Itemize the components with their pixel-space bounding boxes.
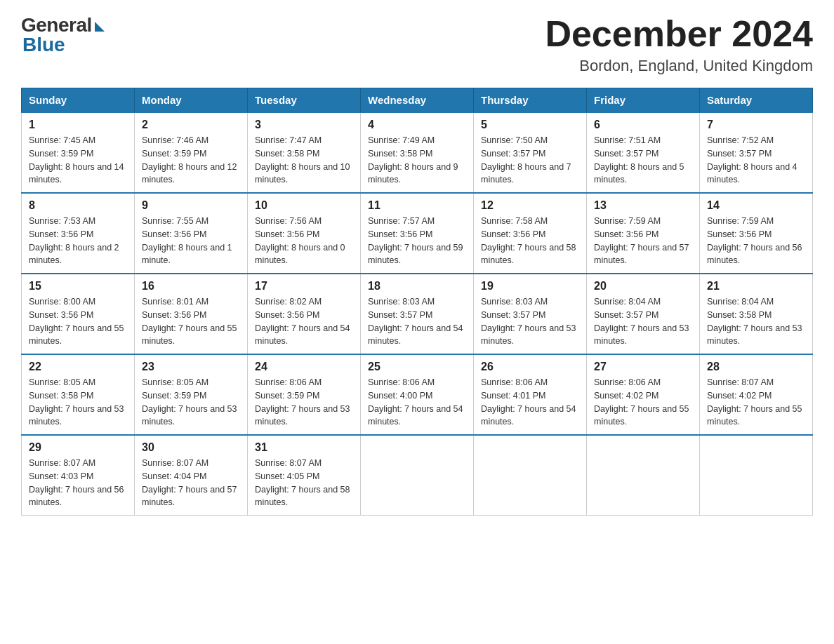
calendar-cell: 30Sunrise: 8:07 AMSunset: 4:04 PMDayligh… xyxy=(135,435,248,516)
day-info: Sunrise: 8:03 AMSunset: 3:57 PMDaylight:… xyxy=(481,295,579,348)
header-saturday: Saturday xyxy=(700,88,813,113)
day-number: 23 xyxy=(142,361,240,373)
day-number: 30 xyxy=(142,441,240,454)
header-row: Sunday Monday Tuesday Wednesday Thursday… xyxy=(22,88,813,113)
logo-arrow-icon xyxy=(95,22,105,32)
day-number: 4 xyxy=(368,119,466,131)
calendar-cell: 3Sunrise: 7:47 AMSunset: 3:58 PMDaylight… xyxy=(248,112,361,193)
calendar-cell xyxy=(587,435,700,516)
calendar-cell: 1Sunrise: 7:45 AMSunset: 3:59 PMDaylight… xyxy=(22,112,135,193)
day-info: Sunrise: 7:52 AMSunset: 3:57 PMDaylight:… xyxy=(707,134,805,187)
day-info: Sunrise: 8:07 AMSunset: 4:02 PMDaylight:… xyxy=(707,376,805,429)
logo: General Blue xyxy=(21,14,105,56)
calendar-week-2: 8Sunrise: 7:53 AMSunset: 3:56 PMDaylight… xyxy=(22,193,813,274)
calendar-body: 1Sunrise: 7:45 AMSunset: 3:59 PMDaylight… xyxy=(22,112,813,516)
day-info: Sunrise: 7:59 AMSunset: 3:56 PMDaylight:… xyxy=(707,215,805,267)
day-info: Sunrise: 8:02 AMSunset: 3:56 PMDaylight:… xyxy=(255,295,353,348)
day-number: 2 xyxy=(142,119,240,131)
day-number: 12 xyxy=(481,199,579,212)
day-number: 15 xyxy=(29,280,127,293)
calendar-cell xyxy=(700,435,813,516)
day-info: Sunrise: 8:07 AMSunset: 4:03 PMDaylight:… xyxy=(29,457,127,509)
day-info: Sunrise: 7:45 AMSunset: 3:59 PMDaylight:… xyxy=(29,134,127,187)
page-header: General Blue December 2024 Bordon, Engla… xyxy=(21,14,813,75)
day-info: Sunrise: 8:06 AMSunset: 4:00 PMDaylight:… xyxy=(368,376,466,429)
day-number: 21 xyxy=(707,280,805,293)
calendar-cell: 18Sunrise: 8:03 AMSunset: 3:57 PMDayligh… xyxy=(361,274,474,354)
calendar-cell: 17Sunrise: 8:02 AMSunset: 3:56 PMDayligh… xyxy=(248,274,361,354)
month-title: December 2024 xyxy=(545,14,813,54)
calendar-cell: 22Sunrise: 8:05 AMSunset: 3:58 PMDayligh… xyxy=(22,354,135,435)
logo-blue-text: Blue xyxy=(22,34,65,56)
calendar-cell: 31Sunrise: 8:07 AMSunset: 4:05 PMDayligh… xyxy=(248,435,361,516)
day-info: Sunrise: 8:03 AMSunset: 3:57 PMDaylight:… xyxy=(368,295,466,348)
header-friday: Friday xyxy=(587,88,700,113)
calendar-cell: 29Sunrise: 8:07 AMSunset: 4:03 PMDayligh… xyxy=(22,435,135,516)
day-number: 26 xyxy=(481,361,579,373)
calendar-cell: 4Sunrise: 7:49 AMSunset: 3:58 PMDaylight… xyxy=(361,112,474,193)
calendar-week-5: 29Sunrise: 8:07 AMSunset: 4:03 PMDayligh… xyxy=(22,435,813,516)
day-number: 6 xyxy=(594,119,692,131)
calendar-cell: 23Sunrise: 8:05 AMSunset: 3:59 PMDayligh… xyxy=(135,354,248,435)
header-tuesday: Tuesday xyxy=(248,88,361,113)
day-number: 1 xyxy=(29,119,127,131)
calendar-cell: 13Sunrise: 7:59 AMSunset: 3:56 PMDayligh… xyxy=(587,193,700,274)
day-number: 29 xyxy=(29,441,127,454)
calendar-week-3: 15Sunrise: 8:00 AMSunset: 3:56 PMDayligh… xyxy=(22,274,813,354)
day-info: Sunrise: 8:05 AMSunset: 3:59 PMDaylight:… xyxy=(142,376,240,429)
calendar-cell: 12Sunrise: 7:58 AMSunset: 3:56 PMDayligh… xyxy=(474,193,587,274)
calendar-cell: 7Sunrise: 7:52 AMSunset: 3:57 PMDaylight… xyxy=(700,112,813,193)
calendar-week-1: 1Sunrise: 7:45 AMSunset: 3:59 PMDaylight… xyxy=(22,112,813,193)
day-number: 17 xyxy=(255,280,353,293)
day-number: 28 xyxy=(707,361,805,373)
day-info: Sunrise: 8:07 AMSunset: 4:04 PMDaylight:… xyxy=(142,457,240,509)
calendar-cell: 11Sunrise: 7:57 AMSunset: 3:56 PMDayligh… xyxy=(361,193,474,274)
calendar-cell: 2Sunrise: 7:46 AMSunset: 3:59 PMDaylight… xyxy=(135,112,248,193)
day-number: 8 xyxy=(29,199,127,212)
day-info: Sunrise: 7:50 AMSunset: 3:57 PMDaylight:… xyxy=(481,134,579,187)
day-number: 9 xyxy=(142,199,240,212)
day-info: Sunrise: 7:58 AMSunset: 3:56 PMDaylight:… xyxy=(481,215,579,267)
calendar-cell: 14Sunrise: 7:59 AMSunset: 3:56 PMDayligh… xyxy=(700,193,813,274)
day-info: Sunrise: 7:46 AMSunset: 3:59 PMDaylight:… xyxy=(142,134,240,187)
day-number: 31 xyxy=(255,441,353,454)
day-info: Sunrise: 8:01 AMSunset: 3:56 PMDaylight:… xyxy=(142,295,240,348)
day-number: 25 xyxy=(368,361,466,373)
calendar-cell: 24Sunrise: 8:06 AMSunset: 3:59 PMDayligh… xyxy=(248,354,361,435)
day-number: 7 xyxy=(707,119,805,131)
calendar-cell: 19Sunrise: 8:03 AMSunset: 3:57 PMDayligh… xyxy=(474,274,587,354)
day-number: 20 xyxy=(594,280,692,293)
calendar-cell: 6Sunrise: 7:51 AMSunset: 3:57 PMDaylight… xyxy=(587,112,700,193)
day-info: Sunrise: 7:57 AMSunset: 3:56 PMDaylight:… xyxy=(368,215,466,267)
day-info: Sunrise: 7:51 AMSunset: 3:57 PMDaylight:… xyxy=(594,134,692,187)
day-info: Sunrise: 7:55 AMSunset: 3:56 PMDaylight:… xyxy=(142,215,240,267)
calendar-cell: 25Sunrise: 8:06 AMSunset: 4:00 PMDayligh… xyxy=(361,354,474,435)
calendar-cell xyxy=(361,435,474,516)
day-info: Sunrise: 8:07 AMSunset: 4:05 PMDaylight:… xyxy=(255,457,353,509)
day-info: Sunrise: 7:59 AMSunset: 3:56 PMDaylight:… xyxy=(594,215,692,267)
day-info: Sunrise: 7:49 AMSunset: 3:58 PMDaylight:… xyxy=(368,134,466,187)
calendar-cell: 27Sunrise: 8:06 AMSunset: 4:02 PMDayligh… xyxy=(587,354,700,435)
calendar-header: Sunday Monday Tuesday Wednesday Thursday… xyxy=(22,88,813,113)
day-number: 18 xyxy=(368,280,466,293)
calendar-cell: 10Sunrise: 7:56 AMSunset: 3:56 PMDayligh… xyxy=(248,193,361,274)
header-monday: Monday xyxy=(135,88,248,113)
day-number: 3 xyxy=(255,119,353,131)
calendar-cell: 9Sunrise: 7:55 AMSunset: 3:56 PMDaylight… xyxy=(135,193,248,274)
day-info: Sunrise: 8:05 AMSunset: 3:58 PMDaylight:… xyxy=(29,376,127,429)
calendar-cell: 5Sunrise: 7:50 AMSunset: 3:57 PMDaylight… xyxy=(474,112,587,193)
calendar-cell: 21Sunrise: 8:04 AMSunset: 3:58 PMDayligh… xyxy=(700,274,813,354)
calendar-cell: 20Sunrise: 8:04 AMSunset: 3:57 PMDayligh… xyxy=(587,274,700,354)
calendar-table: Sunday Monday Tuesday Wednesday Thursday… xyxy=(21,88,813,516)
day-info: Sunrise: 8:00 AMSunset: 3:56 PMDaylight:… xyxy=(29,295,127,348)
day-number: 27 xyxy=(594,361,692,373)
calendar-cell: 28Sunrise: 8:07 AMSunset: 4:02 PMDayligh… xyxy=(700,354,813,435)
day-info: Sunrise: 8:04 AMSunset: 3:57 PMDaylight:… xyxy=(594,295,692,348)
day-number: 22 xyxy=(29,361,127,373)
day-info: Sunrise: 7:56 AMSunset: 3:56 PMDaylight:… xyxy=(255,215,353,267)
day-number: 16 xyxy=(142,280,240,293)
calendar-week-4: 22Sunrise: 8:05 AMSunset: 3:58 PMDayligh… xyxy=(22,354,813,435)
calendar-cell: 26Sunrise: 8:06 AMSunset: 4:01 PMDayligh… xyxy=(474,354,587,435)
header-sunday: Sunday xyxy=(22,88,135,113)
day-number: 10 xyxy=(255,199,353,212)
